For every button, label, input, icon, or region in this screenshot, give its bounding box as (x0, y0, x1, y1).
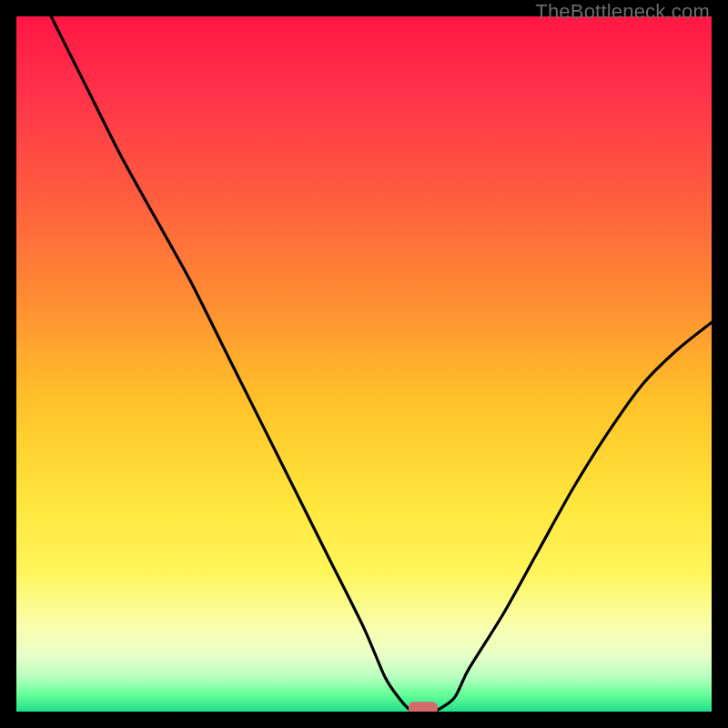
optimal-marker (409, 702, 438, 712)
chart-frame (16, 16, 712, 712)
watermark-text: TheBottleneck.com (535, 0, 710, 24)
chart-plot (16, 16, 712, 712)
gradient-background (16, 16, 712, 712)
